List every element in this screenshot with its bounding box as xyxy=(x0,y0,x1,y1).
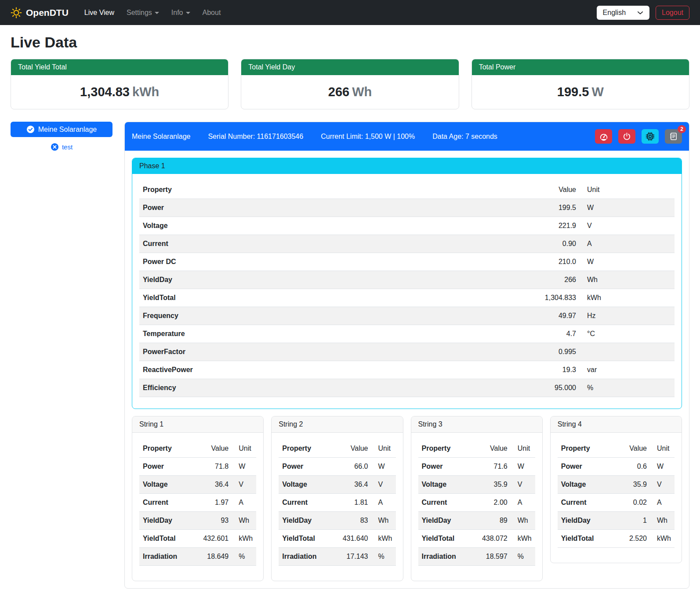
nav-item-label: Settings xyxy=(127,9,152,17)
navbar-right: English Logout xyxy=(597,6,689,20)
value-cell: 0.02 xyxy=(610,494,650,512)
property-cell: YieldDay xyxy=(139,512,192,530)
navbar: OpenDTU Live View Settings Info About En… xyxy=(0,0,700,25)
table-row: Frequency49.97Hz xyxy=(139,307,675,325)
table-row: Voltage35.9V xyxy=(558,476,675,494)
col-property: Property xyxy=(418,440,471,458)
value-cell: 95.000 xyxy=(514,379,580,397)
unit-cell xyxy=(580,343,675,361)
page-title: Live Data xyxy=(11,34,689,51)
col-property: Property xyxy=(558,440,610,458)
property-cell: Current xyxy=(139,235,514,253)
unit-cell: % xyxy=(580,379,675,397)
gauge-icon xyxy=(599,132,608,141)
table-row: YieldDay89Wh xyxy=(418,512,535,530)
property-cell: YieldTotal xyxy=(418,530,471,548)
journal-text-icon xyxy=(669,132,678,141)
property-cell: Voltage xyxy=(139,476,192,494)
unit-cell: % xyxy=(511,548,535,566)
value-cell: 221.9 xyxy=(514,217,580,235)
unit-cell: W xyxy=(580,199,675,217)
unit-cell: A xyxy=(511,494,535,512)
inverter-name: test xyxy=(62,143,73,151)
property-cell: Power xyxy=(279,458,331,476)
chevron-down-icon xyxy=(186,12,190,14)
summary-cards-row: Total Yield Total 1,304.83kWh Total Yiel… xyxy=(11,59,689,109)
property-cell: YieldDay xyxy=(279,512,331,530)
value-cell: 93 xyxy=(192,512,232,530)
unit-cell: Wh xyxy=(511,512,535,530)
value-cell: 266 xyxy=(514,271,580,289)
property-cell: Frequency xyxy=(139,307,514,325)
limit-settings-button[interactable] xyxy=(595,129,612,144)
sidebar-item-meine-solaranlage[interactable]: Meine Solaranlage xyxy=(11,122,112,137)
unit-cell: kWh xyxy=(372,530,396,548)
card-value: 1,304.83kWh xyxy=(11,75,228,109)
property-cell: Current xyxy=(279,494,331,512)
unit-cell: A xyxy=(650,494,675,512)
nav-item-settings[interactable]: Settings xyxy=(120,5,165,20)
value-cell: 71.8 xyxy=(192,458,232,476)
device-info-button[interactable] xyxy=(642,129,659,144)
sidebar-item-test[interactable]: test xyxy=(11,143,112,151)
nav-item-about[interactable]: About xyxy=(196,5,227,20)
property-cell: Irradiation xyxy=(418,548,471,566)
value-cell: 210.0 xyxy=(514,253,580,271)
nav-item-info[interactable]: Info xyxy=(165,5,196,20)
table-header-row: Property Value Unit xyxy=(279,440,395,458)
unit-cell: kWh xyxy=(580,289,675,307)
table-header-row: Property Value Unit xyxy=(139,181,675,199)
string-4-card: String 4 Property Value Unit xyxy=(550,416,682,563)
table-row: PowerFactor0.995 xyxy=(139,343,675,361)
language-selected-value: English xyxy=(603,9,626,17)
value-cell: 1.81 xyxy=(331,494,372,512)
property-cell: Current xyxy=(139,494,192,512)
property-cell: Current xyxy=(558,494,610,512)
table-row: Voltage36.4V xyxy=(139,476,256,494)
table-row: Irradiation18.597% xyxy=(418,548,535,566)
string-3-table: Property Value Unit Power71.6WVoltage35.… xyxy=(418,440,535,566)
nav-item-live-view[interactable]: Live View xyxy=(78,5,120,20)
value-cell: 18.597 xyxy=(471,548,511,566)
unit-cell: Wh xyxy=(372,512,396,530)
cpu-chip-icon xyxy=(646,132,655,141)
language-select[interactable]: English xyxy=(597,6,649,20)
brand-link[interactable]: OpenDTU xyxy=(11,7,69,18)
inverter-panel-header: Meine Solaranlage Serial Number: 1161716… xyxy=(125,122,689,151)
phase-table: Property Value Unit Power199.5WVoltage22… xyxy=(139,181,675,397)
event-log-button[interactable]: 2 xyxy=(665,129,682,144)
unit-cell: var xyxy=(580,361,675,379)
property-cell: Voltage xyxy=(558,476,610,494)
col-value: Value xyxy=(192,440,232,458)
value-cell: 66.0 xyxy=(331,458,372,476)
col-value: Value xyxy=(514,181,580,199)
unit-cell: W xyxy=(511,458,535,476)
property-cell: Power DC xyxy=(139,253,514,271)
value-unit: kWh xyxy=(132,85,159,99)
value-unit: Wh xyxy=(352,85,372,99)
property-cell: YieldTotal xyxy=(139,289,514,307)
table-row: YieldDay83Wh xyxy=(279,512,395,530)
property-cell: Power xyxy=(139,199,514,217)
table-row: Voltage35.9V xyxy=(418,476,535,494)
inverter-sidebar: Meine Solaranlage test xyxy=(11,122,112,151)
nav-item-label: Live View xyxy=(84,9,114,17)
string-1-card: String 1 Property Value Unit xyxy=(132,416,264,581)
unit-cell: A xyxy=(372,494,396,512)
unit-cell: Wh xyxy=(580,271,675,289)
col-value: Value xyxy=(610,440,650,458)
property-cell: YieldTotal xyxy=(139,530,192,548)
table-row: Irradiation17.143% xyxy=(279,548,395,566)
power-button[interactable] xyxy=(618,129,635,144)
logout-button[interactable]: Logout xyxy=(656,6,689,20)
total-power-card: Total Power 199.5W xyxy=(472,59,689,109)
col-unit: Unit xyxy=(650,440,675,458)
event-count-badge: 2 xyxy=(678,125,686,133)
unit-cell: °C xyxy=(580,325,675,343)
sun-icon xyxy=(11,7,22,18)
value-cell: 89 xyxy=(471,512,511,530)
col-value: Value xyxy=(331,440,372,458)
card-header: Total Yield Total xyxy=(11,59,228,75)
value-cell: 438.072 xyxy=(471,530,511,548)
property-cell: ReactivePower xyxy=(139,361,514,379)
